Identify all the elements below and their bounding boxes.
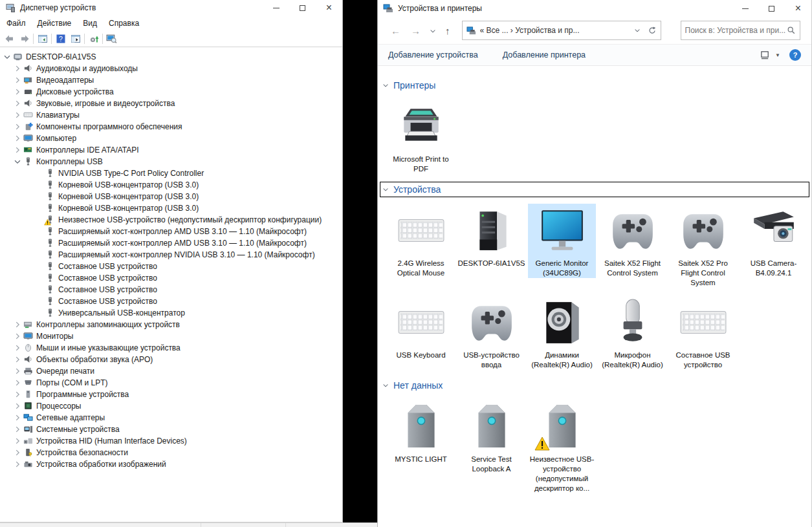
- tree-item[interactable]: Дисковые устройства: [0, 86, 342, 98]
- tree-item[interactable]: Мыши и иные указывающие устройства: [0, 342, 342, 354]
- printer-tile[interactable]: Microsoft Print to PDF: [387, 100, 455, 174]
- tree-chevron-icon[interactable]: [13, 64, 22, 73]
- tree-item[interactable]: Видеоадаптеры: [0, 74, 342, 86]
- view-dropdown-chevron-icon[interactable]: ▼: [775, 52, 780, 58]
- tree-item[interactable]: Контроллеры IDE ATA/ATAPI: [0, 144, 342, 156]
- tree-chevron-icon[interactable]: [13, 436, 22, 446]
- update-driver-button[interactable]: [86, 32, 101, 45]
- tree-item[interactable]: NVIDIA USB Type-C Port Policy Controller: [0, 167, 342, 179]
- show-console-tree-button[interactable]: [35, 32, 50, 45]
- properties-button[interactable]: [68, 32, 83, 45]
- section-header-no-data[interactable]: Нет данных: [380, 378, 809, 393]
- menu-action[interactable]: Действие: [32, 17, 78, 30]
- minimize-button[interactable]: [732, 0, 758, 17]
- tree-item[interactable]: Звуковые, игровые и видеоустройства: [0, 98, 342, 109]
- section-header-devices[interactable]: Устройства: [380, 182, 809, 197]
- device-tile[interactable]: Service Test Loopback A: [457, 400, 525, 474]
- tree-item[interactable]: Контроллеры USB: [0, 156, 342, 167]
- nav-back-button[interactable]: ←: [386, 25, 406, 36]
- tree-item[interactable]: Сетевые адаптеры: [0, 412, 342, 424]
- device-tile[interactable]: Неизвестное USB-устройство (недопустимый…: [528, 400, 596, 493]
- tree-chevron-icon[interactable]: [13, 367, 22, 376]
- minimize-button[interactable]: [263, 0, 289, 16]
- tree-chevron-icon[interactable]: [13, 402, 22, 411]
- tree-item[interactable]: Контроллеры запоминающих устройств: [0, 319, 342, 330]
- tree-item[interactable]: Компьютер: [0, 133, 342, 144]
- menu-view[interactable]: Вид: [77, 17, 103, 30]
- close-button[interactable]: ×: [316, 0, 342, 16]
- tree-chevron-icon[interactable]: [13, 355, 22, 364]
- device-tile[interactable]: 2.4G Wireless Optical Mouse: [387, 204, 455, 278]
- tree-chevron-icon[interactable]: [13, 332, 22, 341]
- nav-history-chevron-icon[interactable]: [426, 25, 440, 36]
- tree-item[interactable]: Расширяемый хост-контроллер NVIDIA USB 3…: [0, 249, 342, 261]
- device-tile[interactable]: USB Keyboard: [387, 296, 455, 360]
- tree-item[interactable]: Корневой USB-концентратор (USB 3.0): [0, 191, 342, 202]
- device-tile[interactable]: Generic Monitor (34UC89G): [528, 204, 596, 278]
- tree-chevron-icon[interactable]: [13, 76, 22, 85]
- device-tile[interactable]: USB Camera-B4.09.24.1: [740, 204, 807, 278]
- scan-hardware-button[interactable]: [104, 32, 119, 45]
- device-tile[interactable]: MYSTIC LIGHT: [387, 400, 455, 464]
- tree-chevron-icon[interactable]: [13, 122, 22, 131]
- tree-chevron-icon[interactable]: [13, 111, 22, 120]
- search-input[interactable]: [685, 26, 787, 35]
- tree-chevron-icon[interactable]: [13, 99, 22, 108]
- tree-chevron-icon[interactable]: [13, 157, 22, 166]
- tree-item[interactable]: Устройства обработки изображений: [0, 458, 342, 470]
- tree-item[interactable]: Очереди печати: [0, 365, 342, 377]
- tree-chevron-icon[interactable]: [13, 413, 22, 422]
- tree-item[interactable]: DESKTOP-6IA1V5S: [0, 51, 342, 63]
- nav-up-button[interactable]: ↑: [440, 25, 455, 36]
- tree-item[interactable]: Процессоры: [0, 400, 342, 412]
- tree-item[interactable]: Расширяемый хост-контроллер AMD USB 3.10…: [0, 226, 342, 237]
- tree-chevron-icon[interactable]: [13, 460, 22, 469]
- tree-chevron-icon[interactable]: [13, 425, 22, 434]
- breadcrumb[interactable]: « Все ... › Устройства и пр...: [480, 26, 633, 35]
- add-printer-button[interactable]: Добавление принтера: [503, 50, 586, 59]
- view-toggle-icon[interactable]: [760, 50, 770, 60]
- tree-item[interactable]: Расширяемый хост-контроллер AMD USB 3.10…: [0, 237, 342, 249]
- tree-chevron-icon[interactable]: [13, 378, 22, 387]
- tree-item[interactable]: Корневой USB-концентратор (USB 3.0): [0, 202, 342, 214]
- tree-item[interactable]: Составное USB устройство: [0, 284, 342, 296]
- device-tile[interactable]: USB-устройство ввода: [457, 296, 525, 370]
- tree-chevron-icon[interactable]: [13, 343, 22, 352]
- tree-chevron-icon[interactable]: [13, 87, 22, 96]
- device-tile[interactable]: Saitek X52 Pro Flight Control System: [669, 204, 737, 288]
- refresh-icon[interactable]: [648, 26, 657, 35]
- search-icon[interactable]: [787, 26, 796, 35]
- section-header-printers[interactable]: Принтеры: [380, 78, 809, 93]
- tree-item[interactable]: Мониторы: [0, 330, 342, 342]
- tree-item[interactable]: Аудиовходы и аудиовыходы: [0, 63, 342, 74]
- tree-item[interactable]: Устройства безопасности: [0, 447, 342, 458]
- nav-forward-button[interactable]: →: [406, 25, 426, 36]
- tree-item[interactable]: Системные устройства: [0, 424, 342, 435]
- maximize-button[interactable]: [289, 0, 316, 16]
- tree-chevron-icon[interactable]: [13, 320, 22, 329]
- back-arrow-button[interactable]: [2, 32, 17, 45]
- help-button[interactable]: [53, 32, 68, 45]
- tree-item[interactable]: Порты (COM и LPT): [0, 377, 342, 389]
- tree-item[interactable]: Составное USB устройство: [0, 296, 342, 307]
- search-box[interactable]: [681, 21, 800, 40]
- add-device-button[interactable]: Добавление устройства: [388, 50, 478, 59]
- device-tile[interactable]: DESKTOP-6IA1V5S: [457, 204, 525, 268]
- address-bar[interactable]: « Все ... › Устройства и пр...: [462, 21, 661, 40]
- tree-item[interactable]: Корневой USB-концентратор (USB 3.0): [0, 179, 342, 191]
- tree-chevron-icon[interactable]: [3, 52, 12, 61]
- device-tile[interactable]: Saitek X52 Flight Control System: [598, 204, 666, 278]
- tree-item[interactable]: Клавиатуры: [0, 109, 342, 121]
- menu-help[interactable]: Справка: [103, 17, 145, 30]
- device-tile[interactable]: Микрофон (Realtek(R) Audio): [598, 296, 666, 370]
- tree-chevron-icon[interactable]: [13, 390, 22, 399]
- address-chevron-icon[interactable]: [633, 27, 641, 34]
- tree-chevron-icon[interactable]: [13, 134, 22, 143]
- tree-item[interactable]: Неизвестное USB-устройство (недопустимый…: [0, 214, 342, 226]
- tree-item[interactable]: Составное USB устройство: [0, 272, 342, 284]
- help-button[interactable]: ?: [789, 49, 801, 61]
- tree-item[interactable]: Универсальный USB-концентратор: [0, 307, 342, 319]
- maximize-button[interactable]: [758, 0, 785, 17]
- tree-item[interactable]: Составное USB устройство: [0, 261, 342, 272]
- forward-arrow-button[interactable]: [17, 32, 32, 45]
